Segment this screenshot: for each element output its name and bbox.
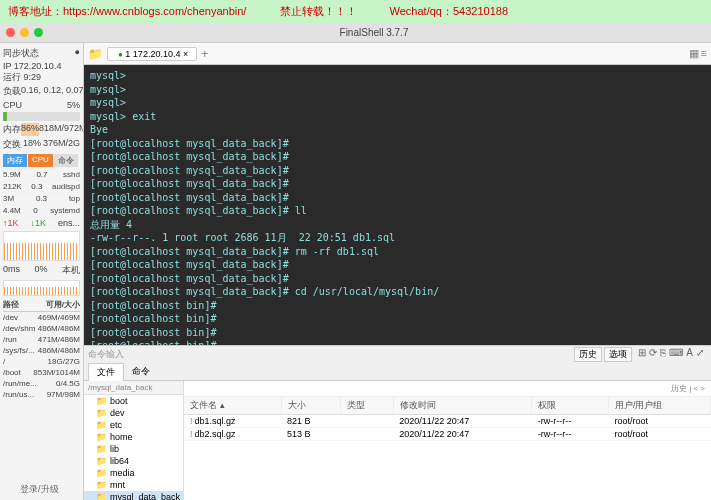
tab-commands[interactable]: 命令 [124,363,158,380]
current-path[interactable]: /mysql_data_back [84,381,183,395]
folder-icon: 📁 [96,420,107,430]
history-button[interactable]: 历史 [574,347,602,362]
minimize-icon[interactable] [20,28,29,37]
session-toolbar: 📁 ● 1 172.20.10.4 × + ▦ ≡ [84,43,711,65]
process-list: 5.9M0.7sshd 212K0.3audispd 3M0.3top 4.4M… [3,169,80,217]
forbid-text: 禁止转载！！！ [280,5,357,17]
swap-label: 交换 [3,138,21,151]
folder-icon: 📁 [96,444,107,454]
load-value: 0.16, 0.12, 0.07 [21,85,84,98]
monitor-sidebar: 同步状态● IP 172.20.10.4 运行 9:29 负载0.16, 0.1… [0,43,84,500]
latency-chart [3,280,80,296]
mem-pct: 86% [21,123,39,136]
sync-status: 同步状态 [3,47,39,60]
file-row[interactable]: !db2.sql.gz513 B2020/11/22 20:47-rw-r--r… [184,428,711,441]
load-label: 负载 [3,85,21,98]
menu-icon[interactable]: ≡ [701,47,707,60]
tab-cpu[interactable]: CPU [28,154,53,167]
tree-item: 📁home [84,431,183,443]
window-title: FinalShell 3.7.7 [43,27,705,38]
tab-cmd[interactable]: 命令 [54,154,78,167]
tree-item: 📁mnt [84,479,183,491]
tab-files[interactable]: 文件 [88,363,124,381]
folder-icon: 📁 [96,456,107,466]
disk-table: 路径可用/大小 /dev469M/469M /dev/shm486M/486M … [3,298,80,400]
watermark-banner: 博客地址：https://www.cnblogs.com/chenyanbin/… [0,0,711,23]
folder-icon: 📁 [96,480,107,490]
folder-icon: 📁 [96,492,107,500]
cpu-label: CPU [3,100,22,110]
warn-icon: ! [190,416,193,426]
folder-icon: 📁 [96,468,107,478]
mem-label: 内存 [3,123,21,136]
cpu-bar [3,112,80,121]
sync-dot: ● [75,47,80,60]
proc-tabs[interactable]: 内存 CPU 命令 [3,154,80,167]
file-history[interactable]: 历史 | < > [184,381,711,397]
file-list[interactable]: 历史 | < > 文件名 ▴大小类型修改时间权限用户/用户组 !db1.sql.… [184,381,711,500]
tree-item: 📁boot [84,395,183,407]
swap-val: 376M/2G [43,138,80,151]
traffic-lights[interactable] [6,28,43,37]
cpu-value: 5% [67,100,80,110]
title-bar: FinalShell 3.7.7 [0,23,711,43]
login-link[interactable]: 登录/升级 [20,483,59,496]
tree-item: 📁lib64 [84,455,183,467]
folder-icon: 📁 [96,396,107,406]
host-tab[interactable]: ● 1 172.20.10.4 × [107,47,197,61]
folder-icon[interactable]: 📁 [88,47,103,61]
tree-item: 📁dev [84,407,183,419]
folder-tree[interactable]: /mysql_data_back 📁boot 📁dev 📁etc 📁home 📁… [84,381,184,500]
folder-icon: 📁 [96,408,107,418]
runtime: 运行 9:29 [3,71,80,84]
net-meta: 0ms0%本机 [3,263,80,278]
net-row: ↑1K↓1Kens... [3,217,80,229]
tab-mem[interactable]: 内存 [3,154,27,167]
options-button[interactable]: 选项 [604,347,632,362]
folder-icon: 📁 [96,432,107,442]
command-bar: 命令输入 历史 选项 ⊞⟳⎘⌨A⤢ [84,345,711,363]
maximize-icon[interactable] [34,28,43,37]
mem-val: 818M/972M [39,123,84,136]
terminal[interactable]: mysql> mysql> mysql> mysql> exit Bye [ro… [84,65,711,345]
grid-icon[interactable]: ▦ [689,47,699,60]
warn-icon: ! [190,429,193,439]
file-row[interactable]: !db1.sql.gz821 B2020/11/22 20:47-rw-r--r… [184,415,711,428]
file-header-row[interactable]: 文件名 ▴大小类型修改时间权限用户/用户组 [184,397,711,415]
file-tabs: 文件 命令 [84,363,711,381]
cmd-input-placeholder[interactable]: 命令输入 [88,348,124,361]
tree-item: 📁media [84,467,183,479]
close-icon[interactable] [6,28,15,37]
add-tab-icon[interactable]: + [201,47,208,61]
toolbar-icons[interactable]: ⊞⟳⎘⌨A⤢ [638,347,707,362]
tree-item: 📁lib [84,443,183,455]
swap-pct: 18% [23,138,41,151]
contact-link[interactable]: Wechat/qq：543210188 [390,5,508,17]
net-chart [3,231,80,261]
host-ip: IP 172.20.10.4 [3,61,80,71]
blog-link[interactable]: 博客地址：https://www.cnblogs.com/chenyanbin/ [8,5,246,17]
tree-item-selected: 📁mysql_data_back [84,491,183,500]
tree-item: 📁etc [84,419,183,431]
